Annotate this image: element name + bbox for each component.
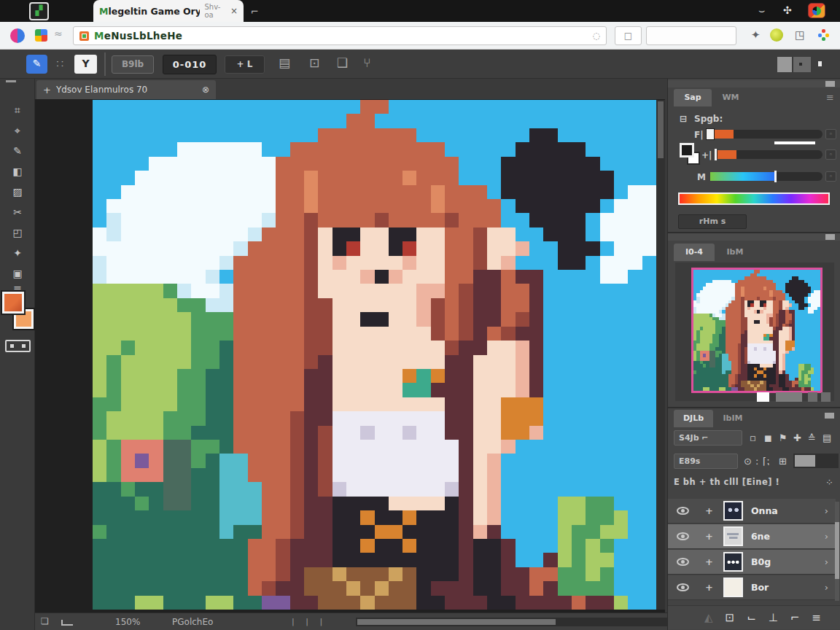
ruler-status-icon[interactable]	[61, 620, 73, 626]
flag-icon[interactable]: ⚑	[779, 432, 788, 443]
layer-name[interactable]: Bor	[751, 582, 825, 593]
zoom-tool-icon[interactable]: ✦	[0, 244, 35, 262]
color-mode-icon[interactable]: ⊟	[680, 114, 687, 124]
color-swatches[interactable]	[2, 292, 34, 334]
marquee-tool-icon[interactable]: ⌗	[0, 101, 35, 120]
document-close-icon[interactable]: ⊗	[202, 85, 209, 95]
add-document-icon[interactable]: +	[43, 85, 51, 96]
tab-frames[interactable]: IbIM	[716, 410, 750, 427]
crop-icon[interactable]: ⌈⁏	[763, 456, 769, 467]
layer-thumbnail[interactable]	[723, 501, 743, 521]
bookmark-icon[interactable]: ◌	[593, 31, 600, 41]
link-icon[interactable]: +	[705, 531, 713, 542]
panel-layout-toggle[interactable]	[777, 57, 811, 72]
layers-panel-menu-icon[interactable]	[825, 413, 834, 419]
swap-colors-button[interactable]	[5, 340, 31, 352]
window-extensions-icon[interactable]: ✣	[783, 4, 792, 16]
symmetry-icon[interactable]: ⸬	[57, 58, 63, 69]
opacity-dropdown[interactable]: E89s	[674, 454, 738, 469]
active-brush-button[interactable]: ✎	[26, 55, 47, 74]
hamburger-icon[interactable]: ≡	[826, 92, 834, 103]
branch-icon[interactable]: ⑂	[363, 55, 370, 70]
hue-slider[interactable]	[710, 172, 822, 181]
canvas-horizontal-scrollbar[interactable]	[356, 618, 669, 626]
group-button[interactable]: B9lb	[112, 55, 154, 74]
tab-search-button[interactable]: □	[615, 26, 642, 45]
vscroll-thumb[interactable]	[658, 101, 664, 158]
secondary-field[interactable]	[646, 26, 736, 45]
layer-props-row[interactable]: E bh + th clll [Eine] !	[674, 477, 779, 487]
canvas-pasteboard[interactable]	[35, 99, 665, 612]
foreground-color-swatch[interactable]	[2, 292, 24, 314]
layers-stack-icon[interactable]: ▤	[279, 55, 290, 70]
canvas-vertical-scrollbar[interactable]	[656, 100, 665, 610]
layer-name[interactable]: 6ne	[751, 531, 825, 542]
list-menu-icon[interactable]: ≡	[812, 611, 821, 624]
new-layer-icon[interactable]: ⊡	[726, 611, 735, 624]
preview-option-2[interactable]	[821, 392, 831, 402]
preview-zoom-button[interactable]	[757, 392, 769, 402]
grid-status-icon[interactable]: ❏	[41, 616, 49, 626]
browser-profile-icon[interactable]	[808, 3, 825, 18]
layer-name[interactable]: Onna	[751, 505, 825, 516]
address-bar[interactable]: MeNusLbLheHe ◌	[73, 26, 607, 45]
yellow-extension-icon[interactable]	[770, 28, 783, 42]
layer-row-selected[interactable]: + B0g ›	[668, 550, 836, 575]
tab-color[interactable]: Sap	[674, 89, 712, 106]
plus-icon[interactable]: ✚	[793, 432, 801, 443]
sparkle-extension-icon[interactable]: ✦	[751, 28, 761, 42]
tab-palette[interactable]: WM	[715, 89, 747, 106]
layer-row[interactable]: + Bor ›	[668, 575, 836, 600]
opacity-toggle[interactable]	[793, 454, 839, 468]
size-field[interactable]: 0-010	[163, 55, 217, 74]
box-extension-icon[interactable]: ◳	[795, 28, 805, 42]
panel-toggle-arrow[interactable]	[818, 61, 822, 66]
tab-minimap[interactable]: IbM	[718, 244, 752, 261]
layer-row-selected[interactable]: + 6ne ›	[668, 524, 836, 549]
anchor-icon[interactable]: ⊥	[769, 611, 778, 624]
blend-mode-dropdown[interactable]: S4Jb ⌐	[674, 430, 742, 446]
browser-tab[interactable]: Mlegeltin Game Oryem Shv-oa ×	[93, 0, 244, 22]
grid-icon[interactable]: ▤	[822, 432, 831, 443]
box-check-icon[interactable]: ⊡	[309, 55, 319, 70]
layer-row[interactable]: + Onna ›	[668, 499, 836, 524]
pencil-tool-icon[interactable]: ✎	[0, 141, 35, 160]
layer-thumbnail[interactable]	[723, 578, 743, 597]
visibility-eye-icon[interactable]	[677, 558, 689, 566]
slider2-reset-button[interactable]: ◦	[825, 149, 836, 160]
props-more-icon[interactable]: ⁘	[825, 477, 833, 488]
layer-thumbnail[interactable]	[723, 526, 743, 546]
sidebar-collapse-handle[interactable]	[6, 80, 16, 82]
clock-icon[interactable]: ⊙	[744, 456, 752, 467]
grid-button[interactable]: + L	[225, 55, 265, 74]
eraser-tool-icon[interactable]: ▨	[0, 182, 35, 201]
link-icon[interactable]: +	[705, 556, 713, 567]
window-minimize-icon[interactable]: ⌣	[758, 4, 765, 17]
layers-scrollbar[interactable]	[835, 502, 839, 601]
bracket-icon[interactable]: ⌐	[790, 611, 800, 624]
slider1-reset-button[interactable]: ◦	[825, 129, 836, 139]
scissors-tool-icon[interactable]: ✂	[0, 203, 35, 222]
colorful-extension-icon[interactable]	[818, 29, 830, 41]
layer-thumbnail[interactable]	[723, 552, 743, 572]
preview-slider[interactable]	[776, 392, 802, 402]
color-spectrum-bar[interactable]	[678, 192, 830, 205]
visibility-eye-icon[interactable]	[677, 507, 689, 515]
tab-preview[interactable]: I0-4	[674, 244, 715, 261]
pixel-art-canvas[interactable]	[93, 100, 656, 610]
url-text[interactable]: MeNusLbLheHe	[94, 30, 588, 42]
tab-close-icon[interactable]: ×	[230, 6, 238, 16]
mini-fg-bg-swatch[interactable]	[680, 143, 704, 168]
preview-thumbnail[interactable]	[691, 268, 822, 393]
color-panel-menu-icon[interactable]	[825, 81, 835, 87]
slider3-reset-button[interactable]: ◦	[825, 171, 836, 182]
chevron-right-icon[interactable]: ›	[825, 505, 828, 516]
stats-icon[interactable]: ◭	[704, 611, 713, 624]
green-slider[interactable]	[715, 150, 822, 159]
chevron-right-icon[interactable]: ›	[825, 582, 828, 593]
document-tab[interactable]: + Ydsov Elanmulros 70 ⊗	[36, 80, 216, 99]
preview-option-1[interactable]	[808, 392, 817, 402]
red-slider[interactable]	[706, 130, 822, 139]
tiles-icon[interactable]: ⊞	[779, 456, 787, 467]
history-icon[interactable]: ≈	[54, 28, 63, 39]
